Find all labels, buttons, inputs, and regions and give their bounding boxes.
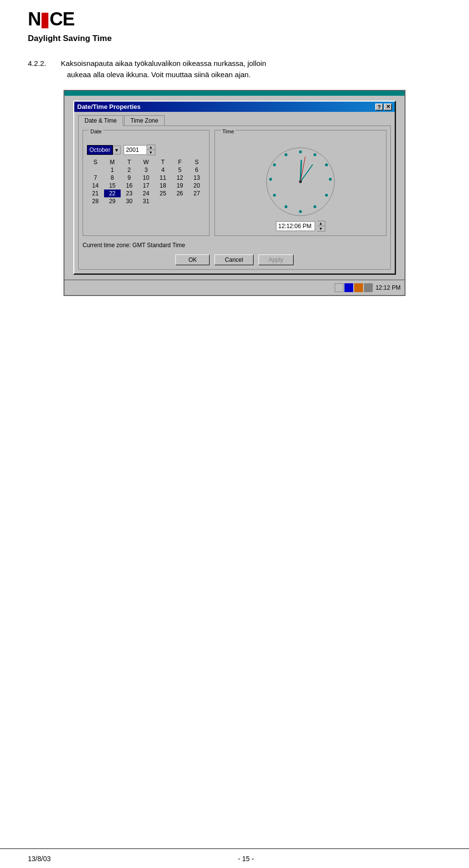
svg-point-5 — [314, 205, 317, 208]
cal-day[interactable]: 5 — [171, 166, 189, 174]
section-paragraph: 4.2.2.Kaksoisnapauta aikaa työkaluvaliko… — [28, 58, 441, 80]
taskbar-time: 12:12 PM — [376, 284, 401, 291]
time-up-btn[interactable]: ▲ — [317, 221, 325, 226]
dt-titlebar: Date/Time Properties ? ✕ — [74, 102, 395, 112]
cal-day — [188, 197, 205, 205]
cal-day[interactable]: 15 — [104, 182, 121, 190]
svg-point-1 — [314, 153, 317, 156]
logo-dash — [42, 13, 48, 28]
cal-day[interactable]: 25 — [154, 190, 171, 197]
cal-day[interactable]: 23 — [121, 190, 138, 197]
cal-day[interactable]: 7 — [87, 174, 104, 182]
paragraph-text2: aukeaa alla oleva ikkuna. Voit muuttaa s… — [67, 70, 251, 79]
cal-week-4: 21 22 23 24 25 26 27 — [87, 190, 205, 197]
cal-day[interactable]: 11 — [154, 174, 171, 182]
section-number: 4.2.2. — [28, 59, 46, 67]
svg-point-15 — [299, 180, 302, 183]
cal-header-s1: S — [87, 158, 104, 166]
timezone-bar: Current time zone: GMT Standard Time — [83, 240, 386, 251]
cal-day — [154, 197, 171, 205]
date-controls: October ▼ ▲ ▼ — [87, 145, 205, 155]
page-subtitle: Daylight Saving Time — [0, 30, 469, 43]
cal-day[interactable]: 18 — [154, 182, 171, 190]
month-arrow[interactable]: ▼ — [113, 146, 121, 154]
calendar-header-row: S M T W T F S — [87, 158, 205, 166]
cal-day[interactable] — [87, 166, 104, 174]
cal-day[interactable]: 20 — [188, 182, 205, 190]
cal-day[interactable]: 21 — [87, 190, 104, 197]
dt-buttons: OK Cancel Apply — [83, 254, 386, 265]
close-button[interactable]: ✕ — [384, 104, 392, 110]
footer-date: 13/8/03 — [28, 855, 51, 863]
cal-header-t2: T — [154, 158, 171, 166]
ok-button[interactable]: OK — [175, 254, 210, 265]
year-down-btn[interactable]: ▼ — [147, 150, 155, 155]
cal-day[interactable]: 14 — [87, 182, 104, 190]
svg-point-4 — [325, 194, 328, 197]
cancel-button[interactable]: Cancel — [214, 254, 253, 265]
cal-week-5: 28 29 30 31 — [87, 197, 205, 205]
dt-inner: Date October ▼ — [83, 130, 386, 236]
cal-day[interactable]: 9 — [121, 174, 138, 182]
cal-week-2: 7 8 9 10 11 12 13 — [87, 174, 205, 182]
svg-point-10 — [273, 164, 276, 167]
cal-day[interactable]: 30 — [121, 197, 138, 205]
cal-day[interactable]: 4 — [154, 166, 171, 174]
svg-point-9 — [269, 178, 272, 181]
year-input[interactable] — [124, 145, 147, 155]
logo-letter-i: CE — [49, 9, 74, 30]
cal-day[interactable]: 16 — [121, 182, 138, 190]
taskbar-icon-2 — [344, 283, 353, 292]
cal-day[interactable]: 8 — [104, 174, 121, 182]
month-select[interactable]: October — [87, 145, 113, 155]
cal-day[interactable]: 13 — [188, 174, 205, 182]
cal-day[interactable]: 6 — [188, 166, 205, 174]
cal-day[interactable]: 26 — [171, 190, 189, 197]
cal-day[interactable]: 3 — [138, 166, 155, 174]
logo-letter-n: N — [28, 9, 41, 30]
dialog-screenshot: Date/Time Properties ? ✕ Date & Time Tim… — [64, 90, 405, 296]
help-button[interactable]: ? — [375, 104, 383, 110]
page-footer: 13/8/03 - 15 - — [0, 848, 469, 868]
nice-logo: NCE — [28, 9, 74, 30]
tab-time-zone[interactable]: Time Zone — [124, 115, 165, 126]
cal-week-1: 1 2 3 4 5 6 — [87, 166, 205, 174]
logo-area: NCE — [0, 0, 469, 30]
svg-point-6 — [299, 210, 302, 213]
cal-day[interactable]: 28 — [87, 197, 104, 205]
time-input[interactable] — [276, 221, 315, 231]
cal-header-f: F — [171, 158, 189, 166]
titlebar-buttons: ? ✕ — [375, 104, 392, 110]
cal-day[interactable]: 24 — [138, 190, 155, 197]
dt-tabs: Date & Time Time Zone — [78, 115, 391, 126]
svg-point-11 — [284, 153, 287, 156]
apply-button[interactable]: Apply — [258, 254, 294, 265]
cal-day[interactable]: 17 — [138, 182, 155, 190]
svg-point-3 — [329, 178, 332, 181]
cal-week-3: 14 15 16 17 18 19 20 — [87, 182, 205, 190]
cal-day[interactable]: 12 — [171, 174, 189, 182]
cal-day[interactable]: 29 — [104, 197, 121, 205]
svg-point-2 — [325, 164, 328, 167]
time-display: ▲ ▼ — [219, 221, 382, 232]
cal-day[interactable]: 1 — [104, 166, 121, 174]
calendar-body: 1 2 3 4 5 6 7 8 — [87, 166, 205, 205]
cal-day[interactable]: 31 — [138, 197, 155, 205]
time-section: Time — [214, 130, 386, 236]
clock-dots-svg — [267, 148, 334, 215]
year-up-btn[interactable]: ▲ — [147, 145, 155, 150]
cal-day[interactable]: 19 — [171, 182, 189, 190]
taskbar-icon-3 — [354, 283, 363, 292]
subtitle-text: Daylight Saving Time — [28, 34, 112, 43]
paragraph-text1: Kaksoisnapauta aikaa työkaluvalikon oike… — [61, 59, 266, 67]
cal-day[interactable]: 2 — [121, 166, 138, 174]
time-down-btn[interactable]: ▼ — [317, 226, 325, 231]
tab-date-time[interactable]: Date & Time — [78, 115, 123, 126]
clock-face — [266, 148, 335, 216]
cal-header-w: W — [138, 158, 155, 166]
cal-header-s2: S — [188, 158, 205, 166]
cal-day[interactable]: 10 — [138, 174, 155, 182]
cal-day-selected[interactable]: 22 — [104, 190, 121, 197]
cal-day[interactable]: 27 — [188, 190, 205, 197]
taskbar-icon-1 — [335, 283, 343, 292]
